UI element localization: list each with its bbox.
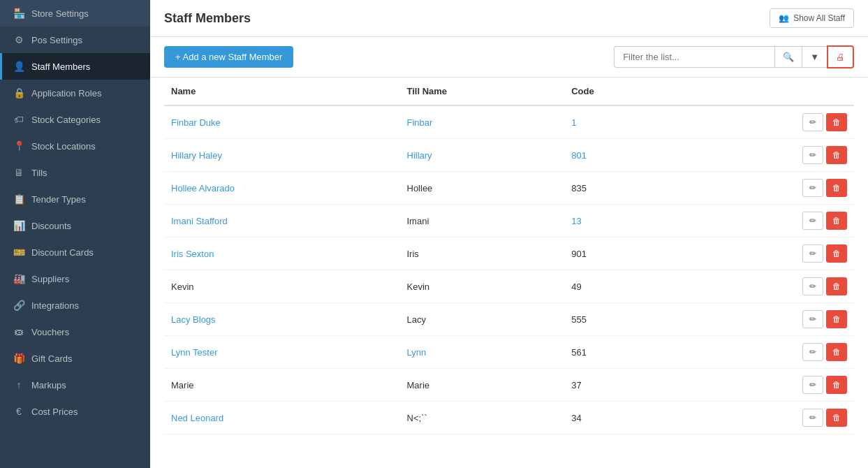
sidebar-label-suppliers: Suppliers <box>31 274 139 284</box>
sidebar-label-gift-cards: Gift Cards <box>31 353 139 364</box>
staff-till-name[interactable]: Finbar <box>400 105 565 139</box>
staff-name[interactable]: Iris Sexton <box>164 237 400 270</box>
staff-till-name: Imani <box>400 205 565 237</box>
staff-till-name: Marie <box>400 369 565 402</box>
staff-till-name: Kevin <box>400 270 565 303</box>
staff-actions: ✏ 🗑 <box>676 205 854 237</box>
edit-button[interactable]: ✏ <box>802 113 823 131</box>
staff-till-name: Lacy <box>400 303 565 336</box>
filter-button[interactable]: ▼ <box>802 46 827 68</box>
col-till-name: Till Name <box>400 78 565 105</box>
staff-code: 13 <box>564 205 676 237</box>
delete-button[interactable]: 🗑 <box>826 146 847 164</box>
staff-name[interactable]: Hollee Alvarado <box>164 172 400 205</box>
staff-table-container: Name Till Name Code Finbar DukeFinbar1 ✏… <box>150 78 868 468</box>
search-button[interactable]: 🔍 <box>774 46 802 68</box>
sidebar-item-staff-members[interactable]: 👤 Staff Members <box>0 53 150 80</box>
edit-button[interactable]: ✏ <box>802 409 823 427</box>
table-row: Hillary HaleyHillary801 ✏ 🗑 <box>164 139 854 172</box>
sidebar-label-pos-settings: Pos Settings <box>31 35 139 45</box>
delete-button[interactable]: 🗑 <box>826 310 847 328</box>
table-row: Imani StaffordImani13 ✏ 🗑 <box>164 205 854 237</box>
staff-actions: ✏ 🗑 <box>676 369 854 402</box>
sidebar-item-discount-cards[interactable]: 🎫 Discount Cards <box>0 239 150 265</box>
application-roles-icon: 🔒 <box>13 87 24 98</box>
staff-till-name[interactable]: Hillary <box>400 139 565 172</box>
integrations-icon: 🔗 <box>13 300 24 311</box>
staff-name[interactable]: Finbar Duke <box>164 105 400 139</box>
staff-actions: ✏ 🗑 <box>676 402 854 434</box>
staff-name[interactable]: Imani Stafford <box>164 205 400 237</box>
sidebar-item-discounts[interactable]: 📊 Discounts <box>0 212 150 239</box>
sidebar-item-markups[interactable]: ↑ Markups <box>0 372 150 398</box>
staff-code: 555 <box>564 303 676 336</box>
staff-code: 561 <box>564 336 676 369</box>
add-staff-member-button[interactable]: + Add a new Staff Member <box>164 46 293 68</box>
sidebar-item-gift-cards[interactable]: 🎁 Gift Cards <box>0 345 150 372</box>
sidebar-item-suppliers[interactable]: 🏭 Suppliers <box>0 265 150 292</box>
stock-categories-icon: 🏷 <box>13 114 24 125</box>
delete-button[interactable]: 🗑 <box>826 409 847 427</box>
staff-name[interactable]: Lynn Tester <box>164 336 400 369</box>
sidebar-label-stock-categories: Stock Categories <box>31 115 139 125</box>
staff-code: 1 <box>564 105 676 139</box>
table-header: Name Till Name Code <box>164 78 854 105</box>
page-title: Staff Members <box>164 11 251 26</box>
edit-button[interactable]: ✏ <box>802 277 823 295</box>
print-button[interactable]: 🖨 <box>827 45 854 68</box>
sidebar-item-integrations[interactable]: 🔗 Integrations <box>0 292 150 319</box>
sidebar-label-stock-locations: Stock Locations <box>31 141 139 152</box>
sidebar-item-tender-types[interactable]: 📋 Tender Types <box>0 186 150 212</box>
sidebar-item-stock-categories[interactable]: 🏷 Stock Categories <box>0 106 150 133</box>
staff-code: 835 <box>564 172 676 205</box>
markups-icon: ↑ <box>13 379 24 390</box>
staff-name[interactable]: Hillary Haley <box>164 139 400 172</box>
delete-button[interactable]: 🗑 <box>826 179 847 197</box>
table-body: Finbar DukeFinbar1 ✏ 🗑 Hillary HaleyHill… <box>164 105 854 434</box>
edit-button[interactable]: ✏ <box>802 376 823 394</box>
staff-till-name: Hollee <box>400 172 565 205</box>
staff-actions: ✏ 🗑 <box>676 303 854 336</box>
delete-button[interactable]: 🗑 <box>826 212 847 230</box>
table-row: KevinKevin49 ✏ 🗑 <box>164 270 854 303</box>
sidebar: 🏪 Store Settings ⚙ Pos Settings 👤 Staff … <box>0 0 150 468</box>
sidebar-item-stock-locations[interactable]: 📍 Stock Locations <box>0 133 150 159</box>
add-staff-label: + Add a new Staff Member <box>175 52 282 62</box>
staff-name[interactable]: Ned Leonard <box>164 402 400 434</box>
table-row: Lacy BlogsLacy555 ✏ 🗑 <box>164 303 854 336</box>
staff-till-name[interactable]: Lynn <box>400 336 565 369</box>
edit-button[interactable]: ✏ <box>802 310 823 328</box>
edit-button[interactable]: ✏ <box>802 244 823 263</box>
print-icon: 🖨 <box>836 52 845 62</box>
edit-button[interactable]: ✏ <box>802 146 823 164</box>
sidebar-item-tills[interactable]: 🖥 Tills <box>0 159 150 186</box>
sidebar-item-vouchers[interactable]: 🎟 Vouchers <box>0 319 150 345</box>
delete-button[interactable]: 🗑 <box>826 376 847 394</box>
delete-button[interactable]: 🗑 <box>826 343 847 361</box>
edit-button[interactable]: ✏ <box>802 343 823 361</box>
sidebar-label-vouchers: Vouchers <box>31 327 139 337</box>
table-row: MarieMarie37 ✏ 🗑 <box>164 369 854 402</box>
show-all-label: Show All Staff <box>793 13 845 23</box>
sidebar-label-staff-members: Staff Members <box>31 61 139 72</box>
vouchers-icon: 🎟 <box>13 326 24 337</box>
show-all-staff-button[interactable]: 👥 Show All Staff <box>770 8 854 28</box>
staff-actions: ✏ 🗑 <box>676 336 854 369</box>
edit-button[interactable]: ✏ <box>802 212 823 230</box>
edit-button[interactable]: ✏ <box>802 179 823 197</box>
sidebar-label-discount-cards: Discount Cards <box>31 247 139 258</box>
sidebar-label-discounts: Discounts <box>31 221 139 231</box>
delete-button[interactable]: 🗑 <box>826 113 847 131</box>
sidebar-item-pos-settings[interactable]: ⚙ Pos Settings <box>0 27 150 53</box>
delete-button[interactable]: 🗑 <box>826 244 847 263</box>
filter-input[interactable] <box>614 46 774 68</box>
sidebar-item-application-roles[interactable]: 🔒 Application Roles <box>0 80 150 106</box>
sidebar-item-cost-prices[interactable]: € Cost Prices <box>0 398 150 425</box>
discounts-icon: 📊 <box>13 220 24 231</box>
staff-name[interactable]: Lacy Blogs <box>164 303 400 336</box>
staff-actions: ✏ 🗑 <box>676 270 854 303</box>
staff-name: Marie <box>164 369 400 402</box>
sidebar-item-store-settings[interactable]: 🏪 Store Settings <box>0 0 150 27</box>
staff-till-name: Iris <box>400 237 565 270</box>
delete-button[interactable]: 🗑 <box>826 277 847 295</box>
